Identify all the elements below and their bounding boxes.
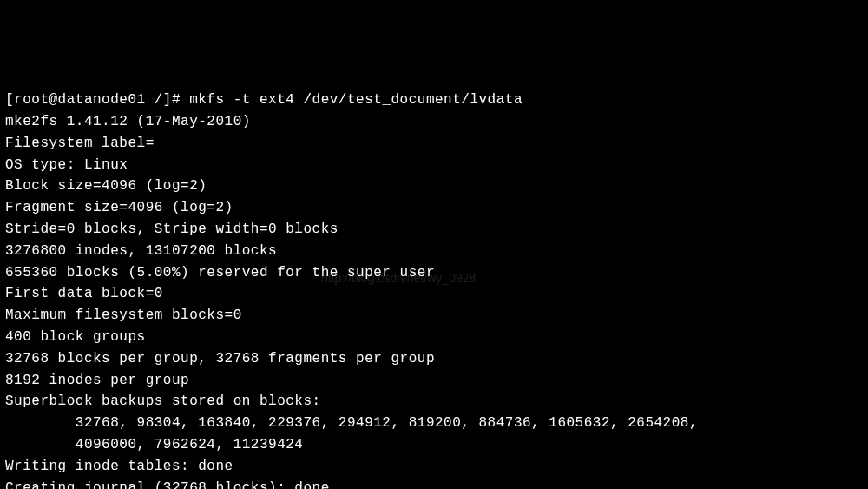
output-line: Maximum filesystem blocks=0 <box>5 305 863 327</box>
output-line: 400 block groups <box>5 327 863 348</box>
command-line: [root@datanode01 /]# mkfs -t ext4 /dev/t… <box>5 89 863 111</box>
output-line: Fragment size=4096 (log=2) <box>5 197 863 219</box>
output-line: Creating journal (32768 blocks): done <box>5 478 863 489</box>
output-line: Stride=0 blocks, Stripe width=0 blocks <box>5 219 863 241</box>
output-line: 4096000, 7962624, 11239424 <box>5 434 863 456</box>
output-line: 32768 blocks per group, 32768 fragments … <box>5 348 863 370</box>
shell-prompt: [root@datanode01 /]# <box>5 92 189 108</box>
output-line: 655360 blocks (5.00%) reserved for the s… <box>5 262 863 284</box>
command-text: mkfs -t ext4 /dev/test_document/lvdata <box>189 92 523 108</box>
output-line: mke2fs 1.41.12 (17-May-2010) <box>5 111 863 133</box>
output-line: First data block=0 <box>5 283 863 305</box>
terminal-window[interactable]: [root@datanode01 /]# mkfs -t ext4 /dev/t… <box>5 89 863 489</box>
output-line: Superblock backups stored on blocks: <box>5 391 863 413</box>
output-line: OS type: Linux <box>5 155 863 176</box>
output-line: Writing inode tables: done <box>5 456 863 478</box>
output-line: 3276800 inodes, 13107200 blocks <box>5 241 863 262</box>
output-line: Block size=4096 (log=2) <box>5 175 863 197</box>
output-line: Filesystem label= <box>5 133 863 155</box>
output-line: 32768, 98304, 163840, 229376, 294912, 81… <box>5 413 863 434</box>
output-line: 8192 inodes per group <box>5 370 863 392</box>
